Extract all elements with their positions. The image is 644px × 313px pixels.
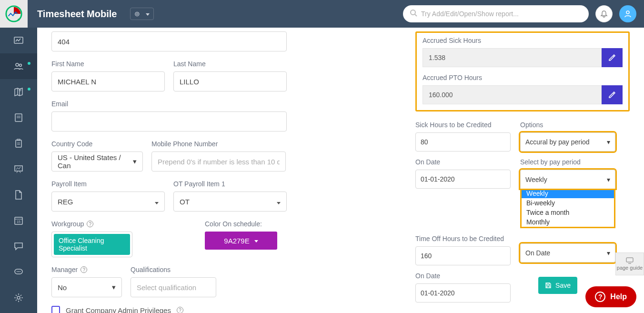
logo-icon bbox=[5, 5, 23, 23]
topbar: Timesheet Mobile ⊚ bbox=[0, 0, 644, 28]
svg-line-2 bbox=[415, 14, 417, 16]
profile-button[interactable] bbox=[619, 5, 636, 22]
page-title: Timesheet Mobile bbox=[37, 9, 117, 20]
currency-selector[interactable]: ⊚ bbox=[130, 8, 154, 20]
bell-icon bbox=[600, 10, 608, 18]
search-icon bbox=[410, 9, 417, 19]
svg-point-1 bbox=[411, 10, 415, 15]
app-logo bbox=[0, 0, 28, 28]
search-input[interactable] bbox=[421, 10, 582, 18]
user-icon bbox=[624, 10, 632, 18]
svg-point-3 bbox=[626, 11, 629, 14]
chevron-down-icon bbox=[146, 11, 150, 17]
currency-icon: ⊚ bbox=[134, 10, 140, 18]
notifications-button[interactable] bbox=[595, 5, 613, 22]
search-container bbox=[403, 5, 589, 22]
